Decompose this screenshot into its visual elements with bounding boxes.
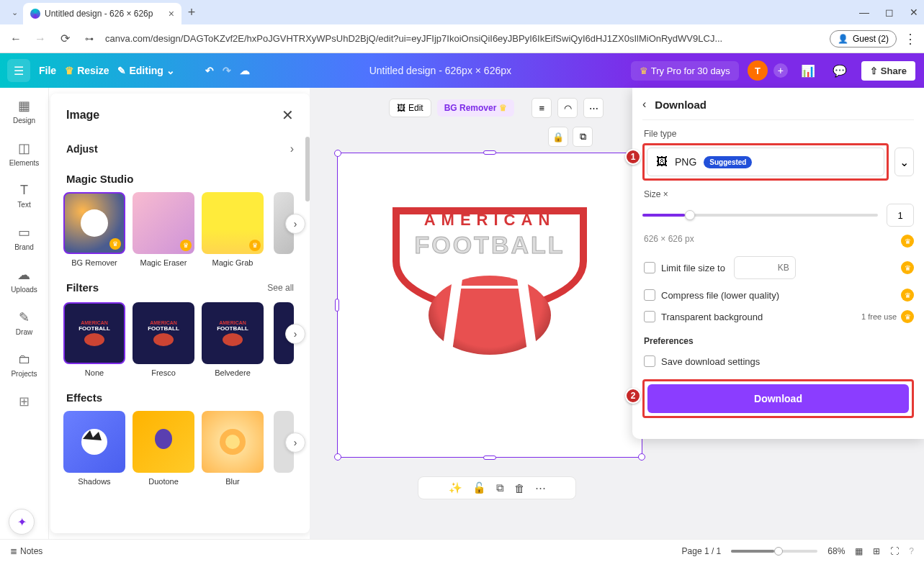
selection-handle[interactable] <box>483 456 496 460</box>
back-icon[interactable]: ← <box>7 32 24 45</box>
analytics-icon[interactable]: 📊 <box>797 59 820 82</box>
tile-bg-remover[interactable]: ♛BG Remover <box>63 192 125 267</box>
nav-uploads[interactable]: ☁Uploads <box>11 267 37 294</box>
selection-handle[interactable] <box>335 299 339 312</box>
tab-close-icon[interactable]: × <box>169 8 174 19</box>
site-info-icon[interactable]: ⊶ <box>81 34 98 44</box>
try-pro-button[interactable]: ♛ Try Pro for 30 days <box>631 61 739 81</box>
checkbox[interactable] <box>644 355 655 367</box>
trash-icon[interactable]: 🗑 <box>514 482 525 494</box>
filter-none[interactable]: AMERICANFOOTBALLNone <box>63 302 125 377</box>
browser-tab[interactable]: Untitled design - 626 × 626p × <box>23 3 181 24</box>
editing-menu[interactable]: ✎ Editing ⌄ <box>117 65 174 76</box>
selection-handle[interactable] <box>638 453 645 461</box>
file-menu[interactable]: File <box>39 65 56 76</box>
effect-shadows[interactable]: Shadows <box>63 411 125 486</box>
effect-duotone[interactable]: Duotone <box>133 411 194 486</box>
cloud-sync-icon[interactable]: ☁ <box>240 65 250 76</box>
resize-menu[interactable]: ♛ Resize <box>65 65 109 76</box>
zoom-value[interactable]: 68% <box>827 546 845 556</box>
crown-icon: ♛ <box>249 240 261 251</box>
layout-icon[interactable]: ≡ <box>531 98 552 118</box>
help-icon[interactable]: ? <box>909 546 914 556</box>
row-next-icon[interactable]: › <box>285 214 305 234</box>
size-slider[interactable] <box>642 214 878 217</box>
lock-icon[interactable]: 🔒 <box>548 127 568 147</box>
fullscreen-icon[interactable]: ⛶ <box>890 546 899 556</box>
checkbox[interactable] <box>644 262 655 273</box>
new-tab-button[interactable]: + <box>181 5 202 20</box>
lock-icon[interactable]: 🔓 <box>472 481 486 494</box>
selection-handle[interactable] <box>483 150 496 155</box>
hamburger-icon[interactable]: ☰ <box>7 59 30 82</box>
magic-fab-button[interactable]: ✦ <box>9 509 35 535</box>
filter-fresco[interactable]: AMERICANFOOTBALLFresco <box>133 302 194 377</box>
undo-icon[interactable]: ↶ <box>205 65 214 76</box>
redo-icon[interactable]: ↷ <box>223 65 231 76</box>
limit-filesize-option[interactable]: Limit file size to ♛ <box>642 251 914 284</box>
bgremover-button[interactable]: BG Remover♛ <box>437 99 515 117</box>
notes-button[interactable]: ≣Notes <box>10 546 42 556</box>
adjust-row[interactable]: Adjust › <box>50 134 310 164</box>
nav-text[interactable]: TText <box>17 183 30 209</box>
panel-close-icon[interactable]: ✕ <box>282 106 294 124</box>
filter-belvedere[interactable]: AMERICANFOOTBALLBelvedere <box>202 302 264 377</box>
compress-option[interactable]: Compress file (lower quality) ♛ <box>642 284 914 306</box>
crown-icon: ♛ <box>901 235 914 248</box>
corner-icon[interactable]: ◠ <box>557 98 578 118</box>
edit-image-button[interactable]: 🖼Edit <box>389 99 431 117</box>
slider-thumb[interactable] <box>685 210 695 220</box>
more-icon[interactable]: ⋯ <box>583 98 604 118</box>
filters-see-all[interactable]: See all <box>267 283 294 293</box>
selection-handle[interactable] <box>334 150 341 157</box>
share-button[interactable]: ⇧ Share <box>860 60 917 82</box>
back-icon[interactable]: ‹ <box>642 98 646 111</box>
effect-blur[interactable]: Blur <box>202 411 264 486</box>
nav-brand[interactable]: ▭Brand <box>14 225 34 251</box>
tile-magic-eraser[interactable]: ♛Magic Eraser <box>133 192 194 267</box>
selection-handle[interactable] <box>334 453 341 461</box>
design-title[interactable]: Untitled design - 626px × 626px <box>259 65 622 76</box>
checkbox[interactable] <box>644 289 655 301</box>
filesize-input[interactable] <box>734 256 796 279</box>
duplicate-page-icon[interactable]: ⧉ <box>573 127 593 147</box>
file-type-select[interactable]: 🖼 PNG Suggested <box>647 148 884 176</box>
zoom-slider[interactable] <box>731 550 817 553</box>
save-settings-option[interactable]: Save download settings <box>642 350 914 372</box>
row-next-icon[interactable]: › <box>285 432 305 453</box>
file-type-chevron[interactable]: ⌄ <box>894 148 914 176</box>
football-logo[interactable]: AMERICAN FOOTBALL <box>382 189 598 319</box>
tab-list-chevron-icon[interactable]: ⌄ <box>6 8 23 17</box>
browser-menu-icon[interactable]: ⋮ <box>904 31 917 47</box>
chat-icon[interactable]: 💬 <box>828 59 851 82</box>
checkbox[interactable] <box>644 311 655 322</box>
page-indicator[interactable]: Page 1 / 1 <box>682 546 722 556</box>
maximize-icon[interactable]: ◻ <box>885 6 894 18</box>
duplicate-icon[interactable]: ⧉ <box>496 481 504 494</box>
row-next-icon[interactable]: › <box>285 324 305 344</box>
add-member-icon[interactable]: + <box>773 63 788 78</box>
thumbnail-view-icon[interactable]: ⊞ <box>873 546 880 556</box>
url-text[interactable]: canva.com/design/DAGToKZvf2E/hxPoJGVHTRX… <box>105 33 822 44</box>
minimize-icon[interactable]: — <box>859 6 869 18</box>
crown-icon: ♛ <box>499 103 507 113</box>
nav-elements[interactable]: ◫Elements <box>9 140 40 167</box>
nav-draw[interactable]: ✎Draw <box>16 309 32 336</box>
download-button[interactable]: Download <box>647 384 909 413</box>
size-input[interactable] <box>887 204 914 227</box>
magic-icon[interactable]: ✨ <box>449 481 462 494</box>
grid-view-icon[interactable]: ▦ <box>855 546 863 556</box>
reload-icon[interactable]: ⟳ <box>56 32 73 45</box>
nav-apps-icon[interactable]: ⊞ <box>19 394 30 409</box>
avatar[interactable]: T <box>748 60 768 81</box>
chevron-down-icon: ⌄ <box>166 65 175 76</box>
transparent-option[interactable]: Transparent background 1 free use ♛ <box>642 306 914 327</box>
profile-button[interactable]: 👤 Guest (2) <box>830 30 897 47</box>
nav-design[interactable]: ▦Design <box>13 98 35 124</box>
more-icon[interactable]: ⋯ <box>535 481 546 494</box>
nav-projects[interactable]: 🗀Projects <box>11 352 37 378</box>
tile-magic-grab[interactable]: ♛Magic Grab <box>202 192 264 267</box>
close-window-icon[interactable]: ✕ <box>910 6 918 18</box>
canvas[interactable]: AMERICAN FOOTBALL <box>337 153 642 458</box>
panel-title: Image <box>66 109 99 122</box>
